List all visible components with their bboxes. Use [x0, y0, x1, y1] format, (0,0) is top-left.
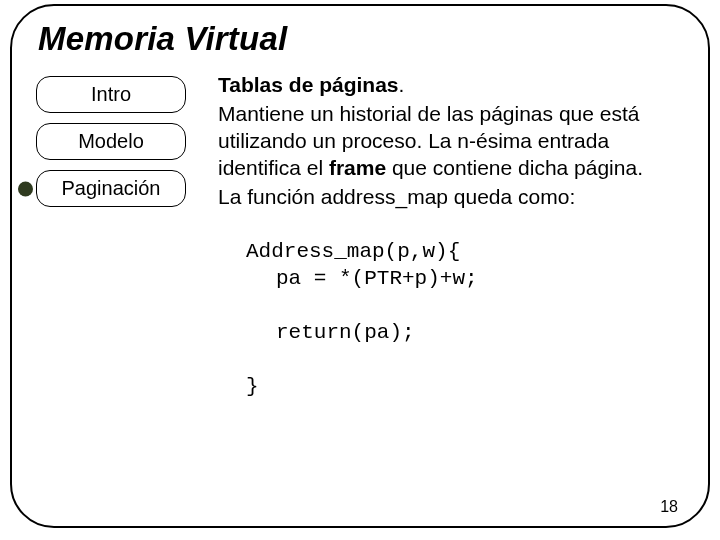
nav-label: Intro [36, 76, 186, 113]
content-area: Tablas de páginas. Mantiene un historial… [218, 72, 684, 427]
sidebar-nav: Intro Modelo Paginación [36, 72, 196, 427]
slide-frame: Memoria Virtual Intro Modelo Paginación … [10, 4, 710, 528]
nav-item-modelo[interactable]: Modelo [36, 123, 186, 160]
nav-item-paginacion[interactable]: Paginación [36, 170, 186, 207]
slide-body: Intro Modelo Paginación Tablas de página… [36, 72, 684, 427]
code-line-2: pa = *(PTR+p)+w; [246, 266, 678, 293]
paragraph-1: Mantiene un historial de las páginas que… [218, 101, 678, 182]
code-line-4: } [246, 375, 259, 398]
nav-label: Modelo [36, 123, 186, 160]
nav-item-intro[interactable]: Intro [36, 76, 186, 113]
heading-tail: . [399, 73, 405, 96]
code-line-1: Address_map(p,w){ [246, 240, 460, 263]
page-number: 18 [660, 498, 678, 516]
nav-label: Paginación [36, 170, 186, 207]
slide-title: Memoria Virtual [38, 20, 684, 58]
p1-bold: frame [329, 156, 386, 179]
paragraph-2: La función address_map queda como: [218, 184, 678, 211]
heading-bold: Tablas de páginas [218, 73, 399, 96]
active-bullet-icon [18, 181, 33, 196]
heading-line: Tablas de páginas. [218, 72, 678, 99]
code-line-3: return(pa); [246, 320, 678, 347]
code-block: Address_map(p,w){ pa = *(PTR+p)+w; retur… [218, 212, 678, 427]
p1b: que contiene dicha página. [386, 156, 643, 179]
slide: Memoria Virtual Intro Modelo Paginación … [0, 0, 720, 540]
